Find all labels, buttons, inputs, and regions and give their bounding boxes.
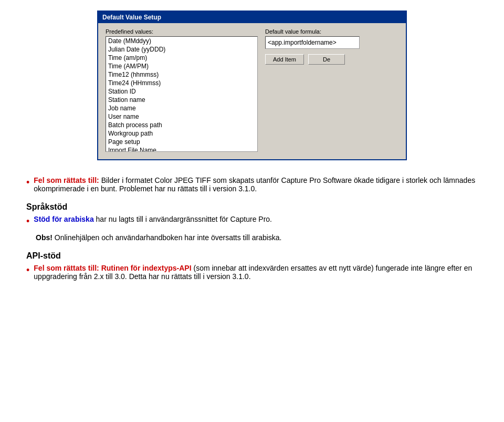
list-item[interactable]: Page setup bbox=[106, 138, 257, 146]
list-item[interactable]: Import File Name bbox=[106, 146, 257, 152]
add-item-button[interactable]: Add Item bbox=[265, 54, 304, 65]
list-item[interactable]: Batch process path bbox=[106, 121, 257, 129]
stod-body: har nu lagts till i användargränssnittet… bbox=[96, 215, 272, 223]
list-item[interactable]: Date (MMddyy) bbox=[106, 37, 257, 45]
stod-label: Stöd för arabiska bbox=[34, 215, 93, 223]
fel-text-1: Fel som rättats till: Bilder i formatet … bbox=[34, 176, 478, 193]
dialog-buttons-row: Add Item De bbox=[265, 54, 398, 65]
api-sub-label: Rutinen för indextyps-API bbox=[101, 264, 192, 272]
list-item[interactable]: User name bbox=[106, 112, 257, 121]
fel-bullet-1: • Fel som rättats till: Bilder i formate… bbox=[26, 176, 478, 193]
api-heading: API-stöd bbox=[26, 251, 478, 261]
list-item[interactable]: Julian Date (yyDDD) bbox=[106, 45, 257, 54]
bullet-icon-1: • bbox=[26, 176, 29, 189]
predefined-label: Predefined values: bbox=[106, 28, 258, 35]
api-bullet: • Fel som rättats till: Rutinen för inde… bbox=[26, 264, 478, 281]
default-value-setup-dialog: Default Value Setup Predefined values: D… bbox=[97, 11, 407, 160]
bullet-icon-3: • bbox=[26, 264, 29, 277]
api-fel-label: Fel som rättats till: bbox=[34, 264, 99, 272]
stod-text: Stöd för arabiska har nu lagts till i an… bbox=[34, 215, 272, 223]
obs-text: Onlinehjälpen och användarhandboken har … bbox=[52, 233, 282, 242]
list-item[interactable]: Time (am/pm) bbox=[106, 54, 257, 62]
api-body: (som innebar att indexvärden ersattes av… bbox=[34, 264, 472, 281]
de-button[interactable]: De bbox=[308, 54, 345, 65]
list-item[interactable]: Station ID bbox=[106, 87, 257, 96]
list-item[interactable]: Workgroup path bbox=[106, 129, 257, 138]
dialog-body: Predefined values: Date (MMddyy) Julian … bbox=[98, 23, 406, 159]
content-area: • Fel som rättats till: Bilder i formate… bbox=[16, 171, 488, 291]
list-item[interactable]: Time24 (HHmmss) bbox=[106, 79, 257, 87]
bullet-icon-2: • bbox=[26, 215, 29, 228]
api-text: Fel som rättats till: Rutinen för indext… bbox=[34, 264, 478, 281]
formula-label: Default value formula: bbox=[265, 28, 398, 35]
fel-body-1: Bilder i formatet Color JPEG TIFF som sk… bbox=[34, 176, 475, 193]
fel-label-1: Fel som rättats till: bbox=[34, 176, 99, 184]
dialog-title: Default Value Setup bbox=[102, 14, 161, 21]
list-item[interactable]: Job name bbox=[106, 104, 257, 112]
predefined-values-panel: Predefined values: Date (MMddyy) Julian … bbox=[106, 28, 258, 152]
formula-panel: Default value formula: Add Item De bbox=[265, 28, 398, 65]
dialog-content-row: Predefined values: Date (MMddyy) Julian … bbox=[106, 28, 398, 152]
stod-bullet: • Stöd för arabiska har nu lagts till i … bbox=[26, 215, 478, 228]
sprakstod-heading: Språkstöd bbox=[26, 202, 478, 212]
predefined-values-listbox[interactable]: Date (MMddyy) Julian Date (yyDDD) Time (… bbox=[106, 36, 258, 152]
obs-heading: Obs! bbox=[36, 233, 52, 242]
predefined-values-list: Date (MMddyy) Julian Date (yyDDD) Time (… bbox=[106, 37, 257, 152]
obs-line: Obs! Onlinehjälpen och användarhandboken… bbox=[36, 233, 478, 242]
list-item[interactable]: Time12 (hhmmss) bbox=[106, 70, 257, 79]
list-item[interactable]: Time (AM/PM) bbox=[106, 62, 257, 70]
list-item[interactable]: Station name bbox=[106, 96, 257, 104]
dialog-titlebar: Default Value Setup bbox=[98, 12, 406, 23]
formula-input[interactable] bbox=[265, 36, 360, 49]
